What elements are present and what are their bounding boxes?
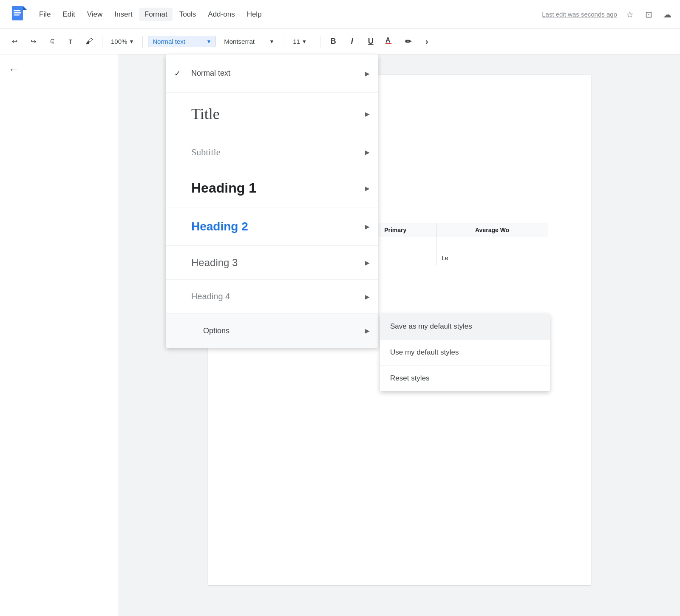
sub-menu-use-default[interactable]: Use my default styles bbox=[380, 340, 550, 366]
menu-help[interactable]: Help bbox=[242, 8, 267, 21]
toolbar-divider-2 bbox=[142, 36, 143, 48]
style-title-label: Title bbox=[191, 105, 365, 123]
style-option-title[interactable]: Title ▶ bbox=[166, 93, 378, 135]
style-h3-label: Heading 3 bbox=[191, 257, 365, 269]
subtitle-arrow-icon: ▶ bbox=[365, 149, 370, 156]
table-header-3: Average Wo bbox=[436, 223, 548, 237]
style-option-heading4[interactable]: Heading 4 ▶ bbox=[166, 280, 378, 314]
font-dropdown[interactable]: Montserrat ▼ bbox=[219, 36, 279, 47]
menu-tools[interactable]: Tools bbox=[174, 8, 201, 21]
check-icon: ✓ bbox=[174, 69, 186, 78]
style-dropdown-arrow: ▼ bbox=[206, 39, 211, 45]
zoom-value: 100% bbox=[111, 38, 127, 45]
toolbar: ↩ ↪ 🖨 T 🖌 100% ▼ Normal text ▼ Montserra… bbox=[0, 29, 680, 54]
highlight-icon: ✏ bbox=[405, 37, 411, 46]
style-option-normal[interactable]: ✓ Normal text ▶ bbox=[166, 54, 378, 93]
underline-button[interactable]: U bbox=[363, 34, 378, 49]
svg-marker-1 bbox=[23, 6, 27, 10]
menu-view[interactable]: View bbox=[82, 8, 108, 21]
menu-format[interactable]: Format bbox=[139, 8, 173, 21]
font-label: Montserrat bbox=[224, 38, 255, 45]
star-icon[interactable]: ☆ bbox=[624, 9, 636, 20]
sub-menu-save-default[interactable]: Save as my default styles bbox=[380, 314, 550, 340]
style-option-subtitle[interactable]: Subtitle ▶ bbox=[166, 135, 378, 169]
back-arrow-icon: ← bbox=[8, 63, 20, 76]
highlight-button[interactable]: ✏ bbox=[400, 34, 416, 49]
menu-addons[interactable]: Add-ons bbox=[203, 8, 240, 21]
text-color-icon: A bbox=[385, 36, 394, 47]
style-h4-label: Heading 4 bbox=[191, 292, 365, 301]
options-sub-menu: Save as my default styles Use my default… bbox=[380, 314, 550, 391]
text-color-button[interactable]: A bbox=[382, 34, 397, 49]
toolbar-divider-4 bbox=[320, 36, 320, 48]
cloud-icon[interactable]: ☁ bbox=[661, 9, 673, 20]
style-label: Normal text bbox=[153, 38, 185, 45]
more-toolbar[interactable]: › bbox=[419, 34, 434, 49]
svg-rect-2 bbox=[14, 10, 20, 11]
font-size-value: 11 bbox=[293, 38, 300, 45]
menu-bar: File Edit View Insert Format Tools Add-o… bbox=[0, 0, 680, 29]
last-edit-status: Last edit was seconds ago bbox=[542, 11, 617, 18]
redo-button[interactable]: ↪ bbox=[26, 34, 41, 49]
sidebar: ← bbox=[0, 54, 119, 616]
style-subtitle-label: Subtitle bbox=[191, 147, 365, 158]
print-icon: 🖨 bbox=[48, 38, 55, 45]
table-cell-3 bbox=[436, 237, 548, 251]
zoom-dropdown-arrow: ▼ bbox=[129, 39, 134, 45]
bold-button[interactable]: B bbox=[326, 34, 341, 49]
svg-rect-6 bbox=[385, 43, 391, 44]
more-icon: › bbox=[425, 37, 428, 46]
style-dropdown[interactable]: Normal text ▼ bbox=[148, 36, 216, 47]
undo-button[interactable]: ↩ bbox=[7, 34, 22, 49]
h1-arrow-icon: ▶ bbox=[365, 185, 370, 192]
paint-format-button[interactable]: 🖌 bbox=[82, 34, 97, 49]
toolbar-divider-1 bbox=[102, 36, 102, 48]
style-option-heading2[interactable]: Heading 2 ▶ bbox=[166, 207, 378, 246]
svg-text:A: A bbox=[385, 37, 391, 44]
folder-icon[interactable]: ⊡ bbox=[643, 9, 654, 20]
header-icons: ☆ ⊡ ☁ bbox=[624, 9, 673, 20]
font-dropdown-arrow: ▼ bbox=[269, 39, 274, 45]
style-option-heading3[interactable]: Heading 3 ▶ bbox=[166, 246, 378, 280]
table-cell-6: Le bbox=[436, 251, 548, 265]
sub-menu-reset-styles[interactable]: Reset styles bbox=[380, 366, 550, 391]
normal-arrow-icon: ▶ bbox=[365, 70, 370, 77]
menu-items: File Edit View Insert Format Tools Add-o… bbox=[34, 8, 542, 21]
h2-arrow-icon: ▶ bbox=[365, 223, 370, 230]
font-size-dropdown[interactable]: 11 ▼ bbox=[289, 36, 315, 47]
h4-arrow-icon: ▶ bbox=[365, 293, 370, 300]
menu-file[interactable]: File bbox=[34, 8, 56, 21]
style-normal-label: Normal text bbox=[191, 69, 365, 78]
style-h2-label: Heading 2 bbox=[191, 220, 365, 233]
sidebar-back-button[interactable]: ← bbox=[8, 63, 20, 76]
print-button[interactable]: 🖨 bbox=[44, 34, 60, 49]
style-option-options[interactable]: Options ▶ bbox=[166, 314, 378, 348]
svg-rect-4 bbox=[14, 14, 20, 16]
options-arrow-icon: ▶ bbox=[365, 327, 370, 334]
style-h1-label: Heading 1 bbox=[191, 180, 365, 196]
underline-icon: U bbox=[368, 37, 374, 46]
paint-icon: 🖌 bbox=[85, 37, 93, 46]
menu-insert[interactable]: Insert bbox=[109, 8, 138, 21]
title-arrow-icon: ▶ bbox=[365, 111, 370, 117]
zoom-dropdown[interactable]: 100% ▼ bbox=[108, 36, 137, 47]
toolbar-divider-3 bbox=[284, 36, 284, 48]
italic-icon: I bbox=[351, 37, 353, 46]
svg-rect-3 bbox=[14, 12, 21, 14]
bold-icon: B bbox=[331, 37, 336, 46]
italic-button[interactable]: I bbox=[344, 34, 360, 49]
undo-icon: ↩ bbox=[12, 37, 17, 45]
spellcheck-icon: T bbox=[69, 38, 73, 45]
redo-icon: ↪ bbox=[31, 37, 36, 45]
style-option-heading1[interactable]: Heading 1 ▶ bbox=[166, 169, 378, 207]
options-label: Options bbox=[203, 326, 365, 335]
h3-arrow-icon: ▶ bbox=[365, 259, 370, 266]
font-size-arrow: ▼ bbox=[302, 39, 307, 45]
style-dropdown-menu: ✓ Normal text ▶ Title ▶ Subtitle ▶ Headi… bbox=[166, 54, 378, 348]
app-icon[interactable] bbox=[7, 3, 31, 26]
spellcheck-button[interactable]: T bbox=[63, 34, 78, 49]
menu-edit[interactable]: Edit bbox=[57, 8, 80, 21]
